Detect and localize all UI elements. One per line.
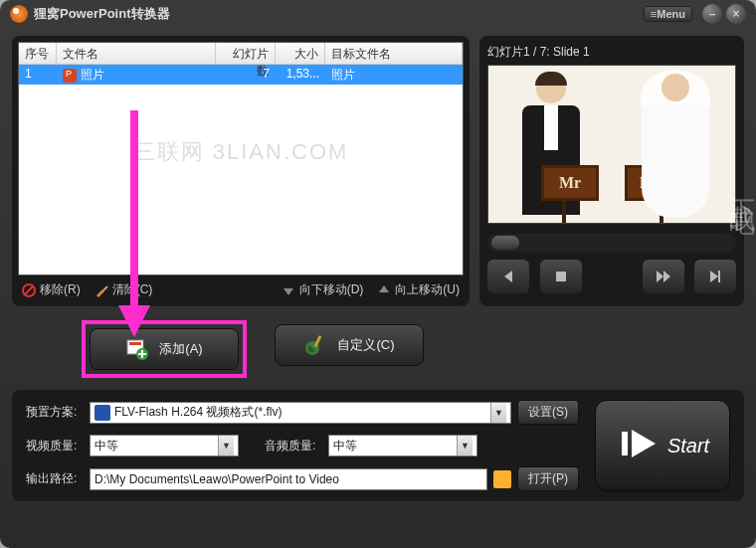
arrow-up-icon	[377, 283, 391, 297]
col-slides[interactable]: 幻灯片数	[216, 43, 276, 64]
stop-button[interactable]	[540, 260, 582, 293]
preview-image: Mr Mrs	[487, 65, 736, 224]
ppt-icon	[63, 69, 77, 83]
movedown-button[interactable]: 向下移动(D)	[282, 281, 364, 298]
svg-line-4	[103, 286, 107, 290]
cell-name: 照片	[57, 65, 216, 85]
slider-thumb[interactable]	[491, 236, 519, 250]
close-button[interactable]: ×	[726, 4, 746, 24]
profile-combo[interactable]: FLV-Flash H.264 视频格式(*.flv) ▼	[90, 402, 511, 424]
watermark: 三联网 3LIAN.COM	[19, 137, 463, 167]
flv-icon	[94, 405, 110, 421]
annotation-arrow	[114, 110, 154, 339]
open-button[interactable]: 打开(P)	[517, 466, 579, 491]
sign-mr: Mr	[541, 165, 599, 201]
chevron-down-icon[interactable]: ▼	[457, 436, 472, 456]
add-file-icon	[125, 337, 149, 361]
profile-label: 预置方案:	[26, 404, 84, 421]
svg-marker-7	[504, 271, 512, 282]
col-target[interactable]: 目标文件名	[325, 43, 463, 64]
cell-seq: 1	[19, 65, 57, 85]
col-seq[interactable]: 序号	[19, 43, 57, 64]
clear-button[interactable]: 清除(C)	[94, 281, 153, 298]
play-button[interactable]	[643, 260, 684, 293]
settings-button[interactable]: 设置(S)	[517, 400, 579, 425]
svg-marker-10	[663, 271, 670, 282]
output-path-label: 输出路径:	[26, 470, 84, 487]
svg-marker-5	[284, 288, 293, 295]
add-button[interactable]: 添加(A)	[90, 328, 239, 370]
col-name[interactable]: 文件名	[57, 43, 216, 64]
col-size[interactable]: 大小	[276, 43, 325, 64]
svg-rect-18	[622, 432, 628, 456]
chevron-down-icon[interactable]: ▼	[218, 436, 234, 456]
start-icon	[616, 422, 660, 470]
svg-marker-19	[632, 430, 656, 457]
svg-marker-11	[710, 271, 718, 282]
app-title: 狸窝PowerPoint转换器	[34, 5, 170, 23]
browse-folder-icon[interactable]	[493, 470, 511, 488]
minimize-button[interactable]: –	[702, 4, 722, 24]
menu-button[interactable]: ≡Menu	[644, 6, 692, 22]
svg-marker-6	[379, 285, 389, 292]
table-row[interactable]: 1 照片 7 1,53... 照片	[19, 65, 463, 85]
svg-rect-12	[718, 271, 720, 282]
app-logo-icon	[10, 5, 28, 23]
video-quality-combo[interactable]: 中等▼	[90, 435, 239, 457]
svg-rect-14	[129, 342, 141, 345]
video-quality-label: 视频质量:	[26, 438, 84, 455]
tools-icon	[303, 333, 327, 357]
audio-quality-combo[interactable]: 中等▼	[328, 435, 477, 457]
timeline-slider[interactable]	[487, 234, 736, 252]
start-button[interactable]: Start	[595, 400, 730, 491]
arrow-down-icon	[282, 283, 295, 297]
file-list-panel: 序号 文件名 幻灯片数 大小 目标文件名 1 照片 7 1,53... 照片 三…	[12, 36, 470, 306]
audio-quality-label: 音频质量:	[265, 438, 322, 455]
next-button[interactable]	[694, 260, 736, 293]
custom-button[interactable]: 自定义(C)	[275, 324, 424, 366]
forbid-icon	[22, 283, 36, 297]
preview-panel: 幻灯片1 / 7: Slide 1 Mr Mrs	[479, 36, 744, 306]
svg-marker-9	[657, 271, 663, 282]
preview-title: 幻灯片1 / 7: Slide 1	[487, 44, 736, 61]
moveup-button[interactable]: 向上移动(U)	[377, 281, 460, 298]
add-highlight: 添加(A)	[82, 320, 247, 378]
svg-rect-8	[556, 272, 566, 281]
file-list[interactable]: 序号 文件名 幻灯片数 大小 目标文件名 1 照片 7 1,53... 照片 三…	[18, 42, 464, 275]
svg-line-3	[25, 286, 33, 294]
chevron-down-icon[interactable]: ▼	[490, 403, 506, 423]
cell-target: 照片	[325, 65, 463, 85]
remove-button[interactable]: 移除(R)	[22, 281, 81, 298]
prev-button[interactable]	[487, 260, 529, 293]
output-path-input[interactable]: D:\My Documents\Leawo\PowerPoint to Vide…	[90, 468, 487, 490]
cell-slides: 7	[216, 65, 276, 85]
cell-size: 1,53...	[276, 65, 325, 85]
broom-icon	[94, 283, 108, 297]
